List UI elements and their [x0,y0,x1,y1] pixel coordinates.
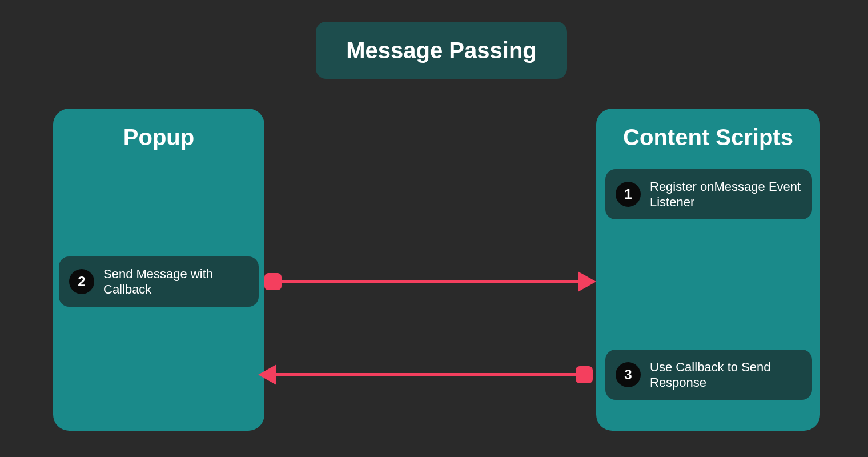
diagram-title-box: Message Passing [316,22,567,79]
arrow-send-message [273,280,579,283]
arrowhead-left-icon [258,364,276,385]
step-send-response: 3 Use Callback to Send Response [605,350,812,400]
step-send-message: 2 Send Message with Callback [59,256,259,307]
step-label: Register onMessage Event Listener [650,179,802,210]
popup-panel-title: Popup [67,125,251,150]
diagram-title: Message Passing [346,38,537,63]
step-register-listener: 1 Register onMessage Event Listener [605,169,812,219]
step-number-badge: 1 [616,182,641,207]
step-label: Send Message with Callback [103,266,248,298]
arrowhead-right-icon [578,271,596,292]
content-scripts-panel-title: Content Scripts [610,125,806,150]
diagram-canvas: Message Passing Popup Content Scripts 2 … [0,0,868,457]
step-label: Use Callback to Send Response [650,359,802,391]
step-number-badge: 2 [69,269,94,294]
arrow-send-response [275,373,581,376]
step-number-badge: 3 [616,362,641,387]
